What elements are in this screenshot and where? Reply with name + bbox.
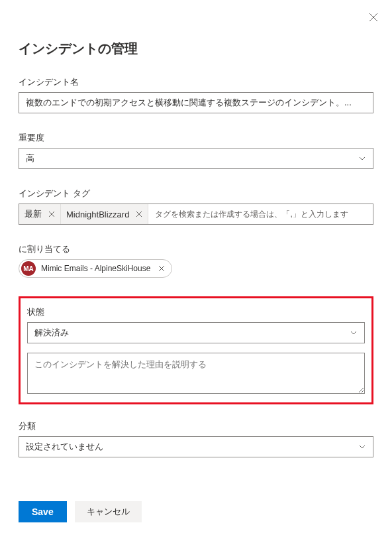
- classification-select[interactable]: 設定されていません: [19, 436, 373, 457]
- incident-name-input[interactable]: [19, 92, 373, 113]
- incident-name-label: インシデント名: [19, 76, 373, 88]
- tags-input[interactable]: 最新 MidnightBlizzard タグを検索または作成する場合は、「,」と…: [19, 204, 373, 225]
- assignee-remove-icon[interactable]: [158, 265, 165, 272]
- resolution-reason-textarea[interactable]: [27, 353, 365, 394]
- classification-value: 設定されていません: [26, 441, 103, 453]
- severity-value: 高: [26, 152, 34, 164]
- classification-label: 分類: [19, 420, 373, 432]
- panel-title: インシデントの管理: [19, 40, 373, 58]
- status-highlight-box: 状態 解決済み: [19, 296, 373, 404]
- assignee-chip: MA Mimic Emails - AlpineSkiHouse: [19, 259, 172, 278]
- status-label: 状態: [27, 306, 365, 318]
- assignee-name: Mimic Emails - AlpineSkiHouse: [41, 264, 150, 273]
- tag-chip: 最新: [19, 204, 61, 224]
- severity-label: 重要度: [19, 132, 373, 144]
- cancel-button[interactable]: キャンセル: [75, 501, 142, 522]
- close-button[interactable]: [368, 12, 379, 23]
- tag-remove-icon[interactable]: [136, 211, 142, 217]
- severity-select[interactable]: 高: [19, 148, 373, 169]
- tag-chip: MidnightBlizzard: [61, 204, 148, 224]
- tags-placeholder[interactable]: タグを検索または作成する場合は、「,」と入力します: [148, 204, 373, 224]
- chevron-down-icon: [350, 329, 358, 337]
- tags-label: インシデント タグ: [19, 188, 373, 200]
- chevron-down-icon: [358, 443, 366, 451]
- chevron-down-icon: [358, 154, 366, 162]
- tag-text: 最新: [24, 208, 42, 220]
- status-select[interactable]: 解決済み: [27, 322, 365, 343]
- tag-remove-icon[interactable]: [48, 211, 55, 217]
- tag-text: MidnightBlizzard: [66, 209, 129, 219]
- avatar: MA: [21, 261, 36, 276]
- save-button[interactable]: Save: [19, 501, 67, 522]
- status-value: 解決済み: [34, 327, 69, 339]
- assign-to-label: に割り当てる: [19, 243, 373, 255]
